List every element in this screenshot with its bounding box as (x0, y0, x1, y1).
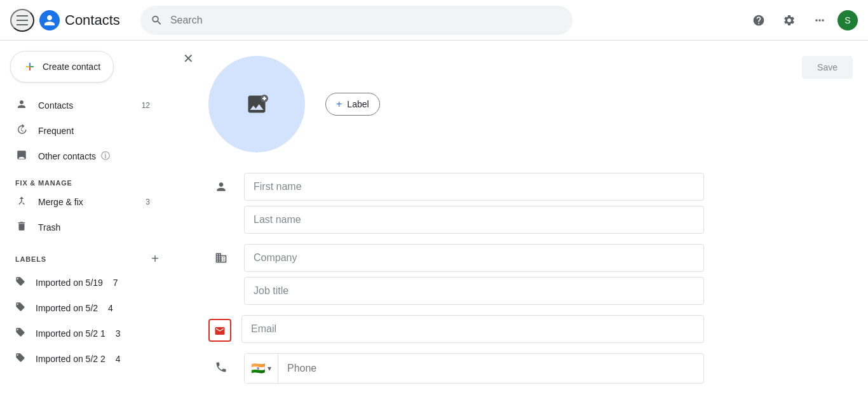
other-contacts-label: Other contacts (38, 151, 96, 161)
merge-icon (15, 195, 28, 210)
job-title-input[interactable] (244, 277, 704, 305)
label-2-badge: 3 (116, 328, 121, 339)
trash-icon (15, 220, 28, 235)
label-0-badge: 7 (113, 278, 118, 288)
labels-header-label: Labels (15, 255, 46, 263)
label-tag-icon-1 (15, 302, 25, 314)
other-contacts-row: Other contacts ⓘ (38, 151, 110, 162)
settings-button[interactable] (776, 8, 802, 33)
label-3-badge: 4 (116, 354, 121, 364)
save-button[interactable]: Save (802, 56, 853, 79)
apps-button[interactable] (807, 8, 832, 33)
plus-icon (24, 60, 36, 73)
label-0-text: Imported on 5/19 (36, 278, 103, 288)
phone-country-selector[interactable]: 🇮🇳 ▾ (245, 354, 278, 383)
label-3-text: Imported on 5/2 2 (36, 354, 105, 364)
labels-header: Labels + (0, 240, 170, 270)
email-fields-group (241, 315, 704, 343)
search-bar[interactable] (140, 6, 573, 35)
phone-fields-group: 🇮🇳 ▾ (244, 353, 704, 384)
app-name-label: Contacts (65, 12, 120, 29)
content-area: ✕ Save + Label (170, 41, 868, 397)
label-item-0[interactable]: Imported on 5/19 7 (0, 270, 160, 295)
contacts-nav-label: Contacts (38, 100, 73, 111)
label-2-text: Imported on 5/2 1 (36, 328, 105, 339)
company-input[interactable] (244, 244, 704, 272)
fix-manage-section: Fix & manage (0, 169, 170, 189)
search-input[interactable] (170, 15, 562, 26)
label-plus: + (336, 98, 342, 110)
company-row (208, 244, 704, 305)
trash-nav-label: Trash (38, 222, 60, 232)
sidebar-item-merge[interactable]: Merge & fix 3 (0, 189, 160, 215)
other-contacts-info-icon[interactable]: ⓘ (101, 151, 110, 162)
app-header: Contacts S (0, 0, 868, 41)
name-row (208, 173, 704, 234)
sidebar: Create contact Contacts 12 Frequent Othe… (0, 41, 170, 397)
company-fields-group (244, 244, 704, 305)
avatar-section: + Label (208, 56, 704, 152)
sidebar-item-frequent[interactable]: Frequent (0, 118, 160, 144)
phone-input[interactable] (278, 355, 703, 382)
name-fields-group (244, 173, 704, 234)
india-flag: 🇮🇳 (251, 361, 265, 375)
label-tag-icon-0 (15, 276, 25, 289)
label-item-3[interactable]: Imported on 5/2 2 4 (0, 346, 160, 372)
frequent-nav-icon (15, 124, 28, 138)
help-button[interactable] (746, 8, 771, 33)
create-contact-label: Create contact (43, 62, 100, 72)
other-contacts-icon (15, 149, 28, 164)
contacts-badge: 12 (142, 101, 150, 110)
label-btn-text: Label (347, 99, 369, 109)
phone-row: 🇮🇳 ▾ (208, 353, 704, 384)
label-1-badge: 4 (108, 303, 113, 313)
sidebar-item-other-contacts[interactable]: Other contacts ⓘ (0, 144, 160, 169)
email-row (208, 315, 704, 343)
email-input[interactable] (241, 315, 704, 343)
label-item-1[interactable]: Imported on 5/2 4 (0, 295, 160, 321)
merge-badge: 3 (146, 198, 150, 206)
last-name-input[interactable] (244, 206, 704, 234)
person-field-icon (208, 173, 234, 193)
app-logo: Contacts (39, 10, 120, 30)
avatar-upload-button[interactable] (208, 56, 305, 152)
sidebar-item-contacts[interactable]: Contacts 12 (0, 93, 160, 118)
merge-nav-label: Merge & fix (38, 197, 83, 207)
add-photo-icon (245, 93, 268, 116)
main-layout: Create contact Contacts 12 Frequent Othe… (0, 41, 868, 397)
first-name-input[interactable] (244, 173, 704, 201)
logo-icon (39, 10, 60, 30)
search-icon (151, 14, 163, 27)
user-avatar-button[interactable]: S (837, 10, 858, 30)
label-tag-icon-3 (15, 353, 25, 365)
header-actions: S (746, 8, 858, 33)
close-button[interactable]: ✕ (183, 51, 194, 66)
label-button[interactable]: + Label (325, 93, 380, 116)
email-field-icon (208, 319, 231, 342)
contacts-nav-icon (15, 98, 28, 113)
label-item-2[interactable]: Imported on 5/2 1 3 (0, 321, 160, 346)
label-tag-icon-2 (15, 327, 25, 340)
company-field-icon (208, 244, 234, 264)
phone-input-row: 🇮🇳 ▾ (244, 353, 704, 384)
create-contact-button[interactable]: Create contact (10, 51, 114, 83)
hamburger-button[interactable] (10, 9, 34, 32)
label-1-text: Imported on 5/2 (36, 303, 98, 313)
phone-field-icon (208, 353, 234, 373)
contact-form: + Label (170, 41, 742, 397)
frequent-nav-label: Frequent (38, 126, 74, 136)
add-label-button[interactable]: + (150, 250, 160, 267)
phone-dropdown-arrow: ▾ (268, 364, 271, 373)
sidebar-item-trash[interactable]: Trash (0, 215, 160, 240)
